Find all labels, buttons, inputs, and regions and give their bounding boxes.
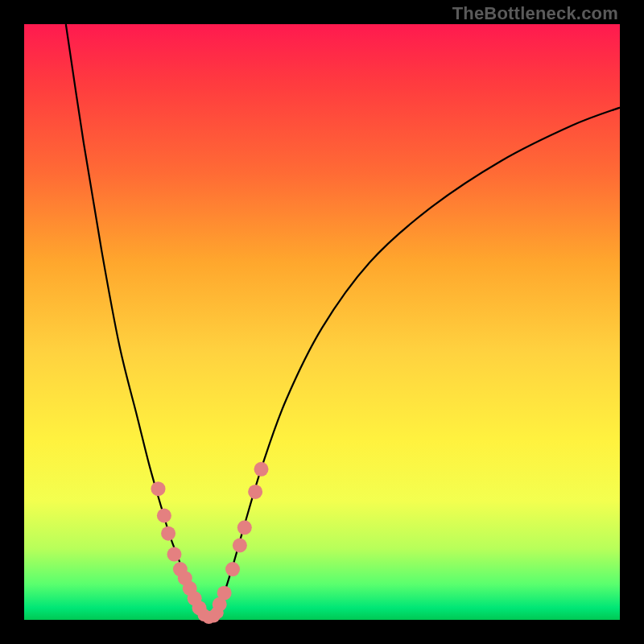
data-dot <box>217 586 232 601</box>
data-dot <box>211 606 224 619</box>
plot-area <box>24 24 620 620</box>
data-dot <box>151 481 166 496</box>
data-dot <box>237 520 252 535</box>
data-dot <box>157 509 171 523</box>
chart-frame: TheBottleneck.com <box>0 0 644 644</box>
data-dot <box>233 539 247 553</box>
right-curve <box>208 108 620 619</box>
dot-layer <box>151 462 269 624</box>
data-dot <box>167 547 181 562</box>
watermark-text: TheBottleneck.com <box>452 3 618 24</box>
curves-svg <box>24 24 620 620</box>
data-dot <box>248 485 262 499</box>
data-dot <box>225 562 240 576</box>
left-curve <box>66 24 209 619</box>
data-dot <box>161 526 175 541</box>
data-dot <box>254 462 269 477</box>
